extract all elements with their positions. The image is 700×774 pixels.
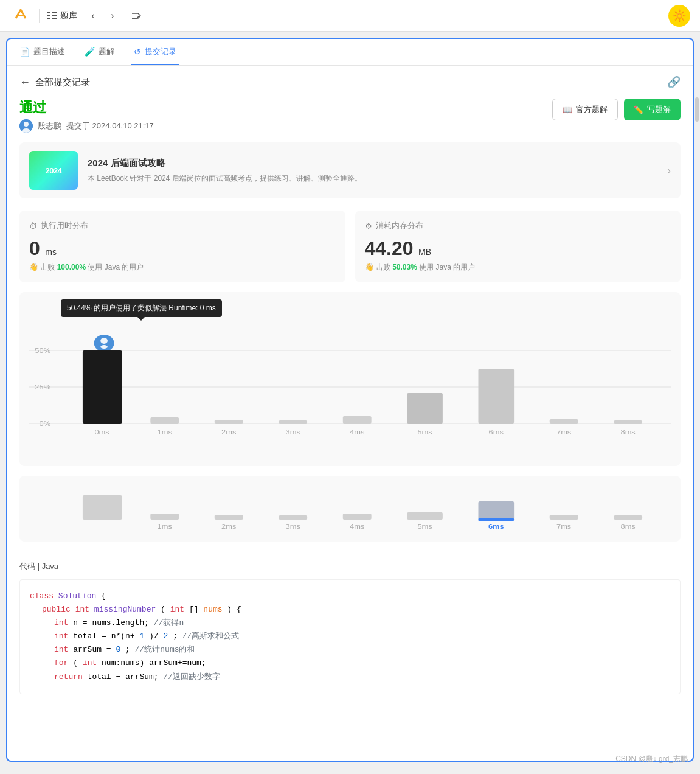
svg-rect-4 [52,12,57,13]
code-line-3: int n = nums.length; //获得n [54,616,670,630]
svg-text:5ms: 5ms [417,523,432,531]
tab-description[interactable]: 📄 题目描述 [17,39,68,65]
svg-text:7ms: 7ms [556,523,571,531]
solution-tab-icon: 🧪 [85,47,95,57]
svg-text:2ms: 2ms [221,428,236,436]
type-int: int [75,605,89,614]
time-stats-label: 执行用时分布 [41,220,88,231]
type-int4: int [54,645,68,654]
back-arrow-icon[interactable]: ← [19,76,30,89]
svg-rect-42 [407,512,443,520]
chart-tooltip: 50.44% 的用户使用了类似解法 Runtime: 0 ms [61,299,222,317]
memory-chart-container: 1ms 2ms 3ms 4ms 5ms 6ms 7ms 8ms [19,476,681,542]
svg-rect-6 [52,18,57,19]
svg-text:6ms: 6ms [488,523,504,531]
num-1: 1 [139,632,144,641]
type-int5: int [83,658,97,668]
code-section: 代码 | Java class Solution { public int mi… [7,561,693,706]
submission-right: 📖 官方题解 ✏️ 写题解 [552,99,681,120]
memory-stats-value-row: 44.20 MB [365,237,671,260]
official-solution-button[interactable]: 📖 官方题解 [552,99,618,120]
book-cover: 2024 [29,151,78,190]
param-type: int [170,605,184,614]
shuffle-button[interactable] [128,7,145,24]
svg-point-0 [10,4,32,26]
book-cover-text: 2024 [46,166,62,175]
tab-bar: 📄 题目描述 🧪 题解 ↺ 提交记录 [7,39,693,66]
kw-for: for [54,658,68,668]
svg-text:1ms: 1ms [158,428,172,436]
svg-rect-41 [343,514,372,520]
wave-icon2: 👋 [365,263,374,271]
type-int3: int [54,632,68,641]
svg-rect-24 [407,393,443,424]
code-meta: 代码 | Java [19,561,681,572]
tab-solution-label: 题解 [99,46,114,57]
cmt-3: //统计nums的和 [135,645,195,654]
svg-rect-25 [479,369,515,424]
problem-list-nav[interactable]: 题库 [47,10,77,21]
num-2: 2 [164,632,168,641]
param-name: nums [203,605,222,614]
code-line-7: return total − arrSum; //返回缺少数字 [54,671,670,684]
submissions-tab-icon: ↺ [134,47,141,57]
submission-time: 提交于 2024.04.10 21:17 [66,120,154,131]
svg-rect-46 [614,515,642,520]
code-line-6: for ( int num:nums) arrSum+=num; [54,657,670,670]
submission-user: 殷志鹏 [38,120,61,131]
code-block: class Solution { public int missingNumbe… [19,579,681,694]
svg-rect-26 [550,419,578,424]
time-beat: 👋 击败 100.00% 使用 Java 的用户 [29,262,336,273]
nav-arrows: ‹ › [85,7,121,24]
edit-icon: ✏️ [634,105,643,114]
prev-button[interactable]: ‹ [85,7,102,24]
svg-text:0%: 0% [40,420,51,428]
write-solution-button[interactable]: ✏️ 写题解 [624,99,681,120]
user-avatar-button[interactable]: 🔆 [668,5,690,27]
time-stats-card: ⏱ 执行用时分布 0 ms 👋 击败 100.00% 使用 Java 的用户 [19,211,345,282]
memory-beat: 👋 击败 50.03% 使用 Java 的用户 [365,262,671,273]
svg-text:1ms: 1ms [158,523,172,531]
svg-point-18 [100,345,108,349]
memory-value: 44.20 [365,237,414,259]
svg-text:3ms: 3ms [286,428,300,436]
book-title: 2024 后端面试攻略 [88,158,657,169]
stats-section: ⏱ 执行用时分布 0 ms 👋 击败 100.00% 使用 Java 的用户 ⚙ [19,211,681,282]
time-beat-suffix: 使用 Java 的用户 [88,263,144,271]
time-stats-title: ⏱ 执行用时分布 [29,220,336,231]
code-label: 代码 [19,562,35,571]
tab-submissions[interactable]: ↺ 提交记录 [131,39,179,65]
chart-area: 50% 25% 0% [29,332,671,456]
svg-text:7ms: 7ms [556,428,571,436]
cmt-2: //高斯求和公式 [182,632,240,641]
next-button[interactable]: › [104,7,121,24]
svg-rect-20 [150,417,179,424]
book-arrow-icon: › [667,164,671,177]
svg-rect-43 [479,501,515,520]
code-line-4: int total = n*(n+ 1 )/ 2 ; //高斯求和公式 [54,630,670,643]
svg-rect-44 [479,518,515,521]
description-tab-icon: 📄 [19,47,30,57]
back-link-label[interactable]: 全部提交记录 [35,77,90,88]
svg-rect-5 [52,15,57,16]
book-card[interactable]: 2024 2024 后端面试攻略 本 LeetBook 针对于 2024 后端岗… [19,142,681,198]
memory-chart-svg: 1ms 2ms 3ms 4ms 5ms 6ms 7ms 8ms [29,483,671,532]
clock-icon: ⏱ [29,221,37,231]
svg-text:4ms: 4ms [350,428,364,436]
svg-text:5ms: 5ms [417,428,432,436]
type-int2: int [54,618,68,627]
logo[interactable] [10,4,32,28]
cmt-1: //获得n [154,618,184,627]
code-line-2: public int missingNumber ( int [] nums )… [42,603,670,616]
cmt-4: //返回缺少数字 [163,672,220,682]
official-btn-label: 官方题解 [576,104,608,115]
svg-rect-19 [83,350,122,424]
book-desc: 本 LeetBook 针对于 2024 后端岗位的面试高频考点，提供练习、讲解、… [88,173,657,184]
svg-rect-37 [83,495,122,520]
time-beat-pct: 100.00% [57,263,86,271]
write-btn-label: 写题解 [647,104,671,115]
tab-solution[interactable]: 🧪 题解 [82,39,117,65]
svg-rect-21 [215,420,243,424]
svg-rect-27 [614,420,642,424]
share-link-icon[interactable]: 🔗 [667,75,681,89]
